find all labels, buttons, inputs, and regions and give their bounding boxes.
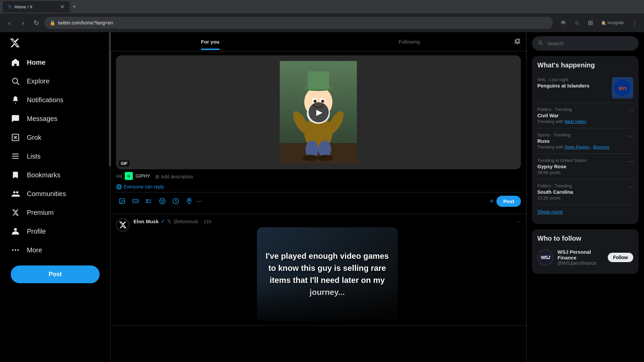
wsj-info: WSJ Personal Finance @WSJpersfinance xyxy=(557,249,604,266)
gypsy-rose-trending-item[interactable]: Trending in United States Gypsy Rose 38.… xyxy=(537,154,633,179)
explore-icon xyxy=(11,76,20,86)
image-upload-button[interactable] xyxy=(116,195,128,207)
svg-point-31 xyxy=(318,155,333,161)
svg-point-8 xyxy=(13,191,16,193)
list-button[interactable] xyxy=(143,195,155,207)
russ-trending-item[interactable]: Sports · Trending Russ Trending with Sea… xyxy=(537,128,633,154)
tab-following[interactable]: Following xyxy=(310,34,509,50)
nhl-name: Penguins at Islanders xyxy=(537,83,608,88)
sidebar-item-communities[interactable]: Communities xyxy=(5,185,105,202)
civil-war-trending-item[interactable]: Politics · Trending Civil War Trending w… xyxy=(537,103,633,128)
post-button[interactable]: Post xyxy=(11,265,100,283)
sidebar-item-home-label: Home xyxy=(27,59,46,66)
elon-tweet[interactable]: Elon Musk ✓ 𝕏 @elonmusk · 11h ··· xyxy=(111,214,526,325)
search-box[interactable] xyxy=(532,36,639,51)
svg-point-30 xyxy=(303,155,318,161)
nhl-trending-item[interactable]: NHL · Last night Penguins at Islanders N… xyxy=(537,73,633,103)
location-button[interactable] xyxy=(183,195,195,207)
civil-war-tw-label: Trending with xyxy=(537,119,565,124)
sidebar-item-explore[interactable]: Explore xyxy=(5,72,105,90)
browser-nav: ‹ › ↻ 🔒 twitter.com/home?lang=en 👁 ☆ ⊞ 🕵… xyxy=(0,13,644,32)
tweet-compose-area: ▶ GIF via G GIPHY ⊞ Add description 🌐 Ev… xyxy=(111,51,526,214)
tweet-avatar-elon xyxy=(116,218,129,232)
russ-tw-label: Trending with xyxy=(537,144,565,149)
incognito-badge[interactable]: 🕵 Incognito xyxy=(598,19,627,26)
nikki-haley-link[interactable]: Nikki Haley xyxy=(565,119,586,124)
bookmark-star-icon[interactable]: ☆ xyxy=(572,17,582,28)
gypsy-rose-count: 38.6K posts xyxy=(537,170,633,175)
svg-rect-7 xyxy=(12,158,19,159)
svg-rect-20 xyxy=(308,71,329,89)
sidebar-item-explore-label: Explore xyxy=(27,77,50,85)
x-logo[interactable] xyxy=(5,35,105,52)
incognito-label: Incognito xyxy=(607,20,624,25)
svg-point-12 xyxy=(15,249,16,251)
sidebar-item-home[interactable]: Home xyxy=(5,54,105,71)
civil-war-name: Civil War xyxy=(537,113,633,118)
new-tab-button[interactable]: + xyxy=(72,3,76,10)
more-icon xyxy=(11,245,20,255)
address-bar[interactable]: 🔒 twitter.com/home?lang=en xyxy=(44,17,553,29)
forward-button[interactable]: › xyxy=(17,17,28,28)
show-more-trending-link[interactable]: Show more xyxy=(537,205,633,219)
who-to-follow-title: Who to follow xyxy=(537,235,633,242)
sidebar-item-bookmarks-label: Bookmarks xyxy=(27,171,60,179)
svg-point-10 xyxy=(14,228,17,231)
russ-more-button[interactable]: ··· xyxy=(628,132,633,139)
svg-point-40 xyxy=(160,198,165,204)
sidebar-item-grok[interactable]: Grok xyxy=(5,129,105,146)
sidebar-item-notifications[interactable]: Notifications xyxy=(5,91,105,109)
sidebar-item-lists-label: Lists xyxy=(27,153,41,160)
svg-point-13 xyxy=(17,249,18,251)
svg-point-44 xyxy=(189,199,190,201)
sidebar-nav: Home Explore Notifications Messages xyxy=(5,54,105,260)
gif-button[interactable]: GIF xyxy=(129,195,142,207)
svg-point-11 xyxy=(12,249,13,251)
sidebar-scrollbar[interactable] xyxy=(109,32,111,166)
add-description-button[interactable]: ⊞ Add description xyxy=(155,174,193,179)
wsj-follow-button[interactable]: Follow xyxy=(608,253,633,262)
nhl-image: NYI xyxy=(612,77,633,99)
sidebar-item-more[interactable]: More xyxy=(5,241,105,259)
premium-x-icon xyxy=(11,208,20,217)
tab-title: Home / X xyxy=(14,4,33,9)
sean-payton-link[interactable]: Sean Payton xyxy=(565,144,589,149)
tweet-more-button[interactable]: ··· xyxy=(517,219,521,225)
post-tweet-button[interactable]: Post xyxy=(496,196,521,207)
sidebar-item-premium[interactable]: Premium xyxy=(5,204,105,221)
sidebar-item-bookmarks[interactable]: Bookmarks xyxy=(5,166,105,184)
sidebar-item-profile[interactable]: Profile xyxy=(5,223,105,240)
active-tab[interactable]: 𝕏 Home / X ✕ xyxy=(3,1,70,12)
civil-war-more-button[interactable]: ··· xyxy=(628,107,633,114)
extensions-icon[interactable]: ⊞ xyxy=(585,17,596,28)
back-button[interactable]: ‹ xyxy=(4,17,15,28)
gif-badge: GIF xyxy=(119,161,129,167)
svg-point-38 xyxy=(147,202,148,203)
sidebar-item-lists[interactable]: Lists xyxy=(5,147,105,165)
tab-for-you[interactable]: For you xyxy=(111,34,310,50)
south-carolina-trending-item[interactable]: Politics · Trending South Carolina 13.2K… xyxy=(537,179,633,205)
add-post-button[interactable]: + xyxy=(490,197,494,205)
schedule-button[interactable] xyxy=(170,195,182,207)
south-carolina-meta: Politics · Trending xyxy=(537,183,633,188)
emoji-button[interactable] xyxy=(156,195,168,207)
sidebar-item-premium-label: Premium xyxy=(27,209,54,217)
south-carolina-more-button[interactable]: ··· xyxy=(628,183,633,190)
settings-tab-button[interactable] xyxy=(509,32,526,51)
play-icon: ▶ xyxy=(316,108,322,117)
gypsy-rose-more-button[interactable]: ··· xyxy=(628,158,633,165)
add-desc-icon: ⊞ xyxy=(155,174,159,179)
tweet-video-container[interactable]: I've played enough video games to know t… xyxy=(133,227,521,321)
wsj-initials: WSJ xyxy=(541,255,550,260)
everyone-can-reply[interactable]: 🌐 Everyone can reply xyxy=(116,184,521,189)
eye-off-icon[interactable]: 👁 xyxy=(558,17,569,28)
play-button[interactable]: ▶ xyxy=(309,102,329,122)
refresh-button[interactable]: ↻ xyxy=(31,17,42,28)
sidebar-item-more-label: More xyxy=(27,246,42,254)
tab-close-button[interactable]: ✕ xyxy=(60,4,64,10)
sidebar-item-messages[interactable]: Messages xyxy=(5,110,105,127)
search-input[interactable] xyxy=(547,41,633,46)
sidebar-item-profile-label: Profile xyxy=(27,228,46,235)
broncos-link[interactable]: Broncos xyxy=(593,144,609,149)
more-options-icon[interactable]: ⋮ xyxy=(629,17,640,28)
